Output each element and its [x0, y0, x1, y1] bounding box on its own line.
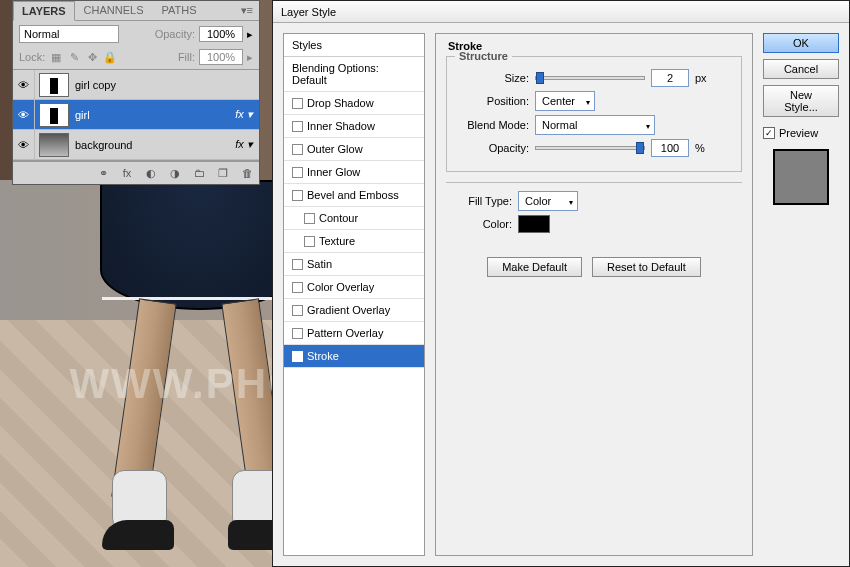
lock-position-icon[interactable]: ✥	[85, 50, 99, 64]
style-outer-glow[interactable]: Outer Glow	[284, 138, 424, 161]
style-gradient-overlay[interactable]: Gradient Overlay	[284, 299, 424, 322]
blend-mode-select[interactable]: Normal	[535, 115, 655, 135]
style-inner-glow[interactable]: Inner Glow	[284, 161, 424, 184]
dialog-actions: OK Cancel New Style... ✓ Preview	[763, 33, 839, 556]
add-mask-icon[interactable]: ◐	[142, 165, 160, 181]
opacity-flyout-icon[interactable]: ▸	[247, 28, 253, 41]
style-label: Satin	[307, 258, 332, 270]
style-inner-shadow[interactable]: Inner Shadow	[284, 115, 424, 138]
blend-mode-select[interactable]: Normal	[19, 25, 119, 43]
style-label: Inner Glow	[307, 166, 360, 178]
layer-style-dialog: Layer Style Styles Blending Options: Def…	[272, 0, 850, 567]
fill-type-select[interactable]: Color	[518, 191, 578, 211]
style-list: Styles Blending Options: Default Drop Sh…	[283, 33, 425, 556]
color-swatch[interactable]	[518, 215, 550, 233]
checkbox-icon[interactable]	[292, 305, 303, 316]
blending-options-item[interactable]: Blending Options: Default	[284, 57, 424, 92]
layer-fx-icon[interactable]: fx ▾	[229, 138, 259, 151]
new-layer-icon[interactable]: ❐	[214, 165, 232, 181]
layer-thumbnail[interactable]	[39, 73, 69, 97]
fill-label: Fill:	[178, 51, 195, 63]
layer-thumbnail[interactable]	[39, 133, 69, 157]
new-group-icon[interactable]: 🗀	[190, 165, 208, 181]
size-slider[interactable]	[535, 76, 645, 80]
layer-row[interactable]: 👁 girl fx ▾	[13, 100, 259, 130]
opacity-unit: %	[695, 142, 705, 154]
style-satin[interactable]: Satin	[284, 253, 424, 276]
reset-default-button[interactable]: Reset to Default	[592, 257, 701, 277]
lock-pixels-icon[interactable]: ✎	[67, 50, 81, 64]
size-label: Size:	[457, 72, 529, 84]
layers-footer: ⚭ fx ◐ ◑ 🗀 ❐ 🗑	[13, 161, 259, 184]
layer-thumbnail[interactable]	[39, 103, 69, 127]
checkbox-icon[interactable]	[292, 190, 303, 201]
style-bevel-emboss[interactable]: Bevel and Emboss	[284, 184, 424, 207]
layer-row[interactable]: 👁 background fx ▾	[13, 130, 259, 160]
checkbox-icon[interactable]	[304, 213, 315, 224]
dialog-title: Layer Style	[273, 1, 849, 23]
fill-flyout-icon[interactable]: ▸	[247, 51, 253, 64]
visibility-eye-icon[interactable]: 👁	[13, 70, 35, 99]
checkbox-icon[interactable]	[292, 282, 303, 293]
style-label: Pattern Overlay	[307, 327, 383, 339]
checkbox-icon[interactable]	[304, 236, 315, 247]
new-style-button[interactable]: New Style...	[763, 85, 839, 117]
ok-button[interactable]: OK	[763, 33, 839, 53]
adjustment-layer-icon[interactable]: ◑	[166, 165, 184, 181]
styles-header[interactable]: Styles	[284, 34, 424, 57]
layer-name[interactable]: girl	[73, 109, 229, 121]
color-label: Color:	[456, 218, 512, 230]
checkbox-icon[interactable]	[292, 98, 303, 109]
opacity-input[interactable]: 100	[651, 139, 689, 157]
layer-row[interactable]: 👁 girl copy	[13, 70, 259, 100]
blend-mode-label: Blend Mode:	[457, 119, 529, 131]
checkbox-icon[interactable]	[292, 259, 303, 270]
checkbox-icon[interactable]	[292, 167, 303, 178]
delete-layer-icon[interactable]: 🗑	[238, 165, 256, 181]
opacity-slider[interactable]	[535, 146, 645, 150]
add-fx-icon[interactable]: fx	[118, 165, 136, 181]
style-color-overlay[interactable]: Color Overlay	[284, 276, 424, 299]
layer-list: 👁 girl copy 👁 girl fx ▾ 👁 background fx …	[13, 69, 259, 161]
position-label: Position:	[457, 95, 529, 107]
cancel-button[interactable]: Cancel	[763, 59, 839, 79]
layer-name[interactable]: background	[73, 139, 229, 151]
style-drop-shadow[interactable]: Drop Shadow	[284, 92, 424, 115]
layers-panel: LAYERS CHANNELS PATHS ▾≡ Normal Opacity:…	[12, 0, 260, 185]
panel-menu-icon[interactable]: ▾≡	[235, 1, 259, 20]
style-texture[interactable]: Texture	[284, 230, 424, 253]
style-settings: Stroke Structure Size: 2 px Position: Ce…	[435, 33, 753, 556]
checkbox-icon[interactable]	[292, 121, 303, 132]
position-select[interactable]: Center	[535, 91, 595, 111]
layer-fx-icon[interactable]: fx ▾	[229, 108, 259, 121]
style-pattern-overlay[interactable]: Pattern Overlay	[284, 322, 424, 345]
checkbox-icon[interactable]	[292, 144, 303, 155]
opacity-label: Opacity:	[155, 28, 195, 40]
preview-swatch	[773, 149, 829, 205]
fill-value[interactable]: 100%	[199, 49, 243, 65]
style-stroke[interactable]: ✓Stroke	[284, 345, 424, 368]
style-label: Bevel and Emboss	[307, 189, 399, 201]
checkbox-icon[interactable]	[292, 328, 303, 339]
panel-tabs: LAYERS CHANNELS PATHS ▾≡	[13, 1, 259, 21]
style-label: Stroke	[307, 350, 339, 362]
tab-paths[interactable]: PATHS	[153, 0, 206, 20]
structure-legend: Structure	[455, 50, 512, 62]
make-default-button[interactable]: Make Default	[487, 257, 582, 277]
style-label: Texture	[319, 235, 355, 247]
size-input[interactable]: 2	[651, 69, 689, 87]
preview-label: Preview	[779, 127, 818, 139]
visibility-eye-icon[interactable]: 👁	[13, 100, 35, 129]
layer-name[interactable]: girl copy	[73, 79, 259, 91]
tab-layers[interactable]: LAYERS	[13, 1, 75, 21]
opacity-value[interactable]: 100%	[199, 26, 243, 42]
lock-all-icon[interactable]: 🔒	[103, 50, 117, 64]
style-contour[interactable]: Contour	[284, 207, 424, 230]
checkbox-icon[interactable]: ✓	[292, 351, 303, 362]
preview-checkbox[interactable]: ✓	[763, 127, 775, 139]
visibility-eye-icon[interactable]: 👁	[13, 130, 35, 159]
tab-channels[interactable]: CHANNELS	[75, 0, 153, 20]
link-layers-icon[interactable]: ⚭	[94, 165, 112, 181]
lock-transparency-icon[interactable]: ▦	[49, 50, 63, 64]
structure-group: Structure Size: 2 px Position: Center Bl…	[446, 56, 742, 172]
